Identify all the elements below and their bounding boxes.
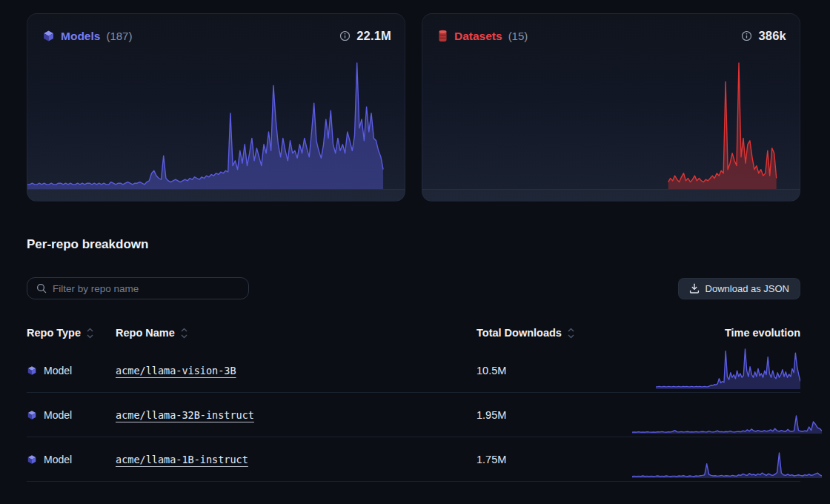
- database-icon: [437, 30, 448, 42]
- analytics-page: Models (187) 22.1M: [0, 0, 830, 482]
- per-repo-breakdown-heading: Per-repo breakdown: [27, 237, 800, 252]
- repo-link[interactable]: acme/llama-32B-instruct: [116, 409, 254, 421]
- datasets-card-title: Datasets: [454, 30, 502, 43]
- breakdown-toolbar: Download as JSON: [27, 277, 800, 299]
- cube-icon: [42, 30, 55, 42]
- table-row: Model acme/llama-1B-instruct 1.75M: [27, 437, 800, 482]
- models-card: Models (187) 22.1M: [27, 13, 405, 202]
- sparkline-chart[interactable]: [656, 348, 800, 389]
- table-row: Model acme/llama-32B-instruct 1.95M: [27, 393, 800, 437]
- download-json-label: Download as JSON: [706, 283, 789, 294]
- cube-icon: [27, 454, 37, 465]
- sparkline-chart[interactable]: [632, 451, 822, 478]
- models-card-footer: [27, 189, 405, 201]
- total-downloads-cell: 10.5M: [477, 365, 632, 377]
- repo-name-cell: acme/llama-vision-3B: [116, 365, 477, 377]
- info-icon[interactable]: [741, 30, 752, 42]
- repo-table: Repo Type Repo Name Tota: [27, 317, 800, 482]
- repo-type-cell: Model: [27, 454, 116, 465]
- datasets-downloads-chart[interactable]: [422, 62, 789, 189]
- sort-icon: [568, 328, 574, 339]
- repo-type-cell: Model: [27, 365, 116, 377]
- column-header-total-downloads[interactable]: Total Downloads: [477, 327, 632, 339]
- datasets-card-header: Datasets (15) 386k: [422, 14, 800, 43]
- search-icon: [36, 283, 47, 294]
- models-count: (187): [106, 30, 132, 42]
- datasets-count: (15): [508, 30, 528, 42]
- download-icon: [689, 283, 700, 294]
- datasets-card: Datasets (15) 386k: [422, 13, 800, 202]
- time-evolution-cell: [632, 348, 800, 393]
- sort-icon: [181, 328, 187, 339]
- repo-name-cell: acme/llama-1B-instruct: [116, 454, 477, 465]
- sort-icon: [87, 328, 93, 339]
- models-downloads-chart[interactable]: [27, 62, 394, 189]
- time-evolution-cell: [632, 437, 822, 482]
- total-downloads-cell: 1.75M: [477, 454, 632, 465]
- repo-filter-input[interactable]: [53, 283, 239, 294]
- table-row: Model acme/llama-vision-3B 10.5M: [27, 348, 800, 393]
- repo-name-cell: acme/llama-32B-instruct: [116, 409, 477, 421]
- repo-link[interactable]: acme/llama-vision-3B: [116, 365, 236, 377]
- cube-icon: [27, 365, 37, 376]
- datasets-total-downloads: 386k: [758, 29, 786, 43]
- datasets-card-footer: [422, 189, 800, 201]
- repo-filter[interactable]: [27, 277, 249, 299]
- download-json-button[interactable]: Download as JSON: [678, 278, 800, 299]
- models-card-title: Models: [61, 30, 100, 43]
- models-total-downloads: 22.1M: [356, 29, 391, 43]
- total-downloads-cell: 1.95M: [477, 409, 632, 421]
- cube-icon: [27, 410, 37, 420]
- info-icon[interactable]: [339, 30, 351, 42]
- models-card-header: Models (187) 22.1M: [27, 14, 405, 43]
- column-header-time-evolution: Time evolution: [632, 327, 800, 339]
- time-evolution-cell: [632, 393, 822, 437]
- stat-cards-row: Models (187) 22.1M: [27, 13, 800, 202]
- repo-type-cell: Model: [27, 409, 116, 421]
- column-header-repo-name[interactable]: Repo Name: [116, 327, 477, 339]
- sparkline-chart[interactable]: [632, 414, 822, 434]
- repo-table-header: Repo Type Repo Name Tota: [27, 317, 800, 348]
- repo-link[interactable]: acme/llama-1B-instruct: [116, 454, 248, 465]
- column-header-repo-type[interactable]: Repo Type: [27, 327, 116, 339]
